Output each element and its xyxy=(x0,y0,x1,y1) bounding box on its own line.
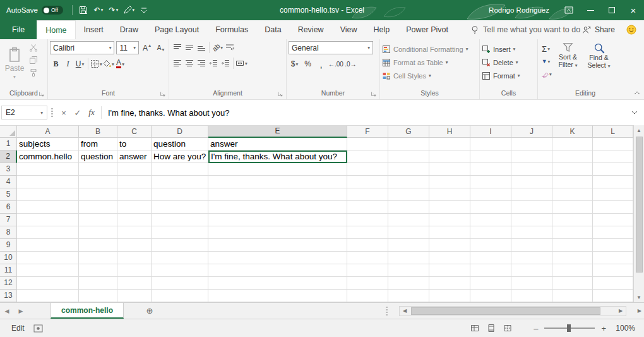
number-format-combo[interactable]: General▾ xyxy=(289,41,373,54)
cell-J11[interactable] xyxy=(511,264,552,277)
decrease-font-size-button[interactable]: A▾ xyxy=(155,42,167,54)
cell-J6[interactable] xyxy=(511,201,552,214)
cell-E1[interactable]: answer xyxy=(208,138,347,150)
vertical-scrollbar[interactable]: ▲ ▼ xyxy=(633,125,644,302)
cell-A7[interactable] xyxy=(17,214,79,226)
cell-C11[interactable] xyxy=(117,264,152,277)
cell-H4[interactable] xyxy=(429,176,470,188)
format-painter-button[interactable] xyxy=(27,66,39,79)
cell-styles-button[interactable]: Cell Styles▾ xyxy=(382,70,477,82)
insert-cells-button[interactable]: Insert▾ xyxy=(482,43,535,55)
cell-E7[interactable] xyxy=(208,214,347,226)
cell-C2[interactable]: answer xyxy=(117,150,152,163)
vertical-scroll-thumb[interactable] xyxy=(636,137,643,273)
cell-I2[interactable] xyxy=(470,150,511,163)
cell-C8[interactable] xyxy=(117,226,152,239)
cell-F1[interactable] xyxy=(347,138,388,150)
clear-button[interactable]: ▾ xyxy=(540,68,552,80)
collapse-ribbon-button[interactable] xyxy=(634,88,640,97)
minimize-button[interactable] xyxy=(580,0,601,20)
decrease-decimal-button[interactable]: .0→ xyxy=(345,58,357,70)
next-sheet-arrow[interactable]: ▶ xyxy=(14,308,28,314)
cell-D1[interactable]: question xyxy=(152,138,208,150)
cell-G11[interactable] xyxy=(388,264,429,277)
cell-E2[interactable]: I'm fine, thanks. What about you? xyxy=(208,150,347,163)
cell-F2[interactable] xyxy=(347,150,388,163)
cell-D2[interactable]: How are you? xyxy=(152,150,208,163)
cell-L8[interactable] xyxy=(593,226,633,239)
cell-D9[interactable] xyxy=(152,239,208,252)
enter-entry-button[interactable]: ✓ xyxy=(71,106,85,119)
cell-K10[interactable] xyxy=(552,252,593,264)
row-header-6[interactable]: 6 xyxy=(0,201,17,214)
copy-button[interactable] xyxy=(27,54,39,66)
column-header-C[interactable]: C xyxy=(117,125,152,138)
cell-B6[interactable] xyxy=(79,201,117,214)
cell-J8[interactable] xyxy=(511,226,552,239)
cell-H2[interactable] xyxy=(429,150,470,163)
cell-L5[interactable] xyxy=(593,188,633,201)
bold-button[interactable]: B xyxy=(50,58,62,70)
cancel-entry-button[interactable]: × xyxy=(57,106,71,119)
zoom-in-button[interactable]: + xyxy=(601,324,606,333)
cut-button[interactable] xyxy=(27,41,39,54)
cell-B13[interactable] xyxy=(79,290,117,302)
italic-button[interactable]: I xyxy=(62,58,74,70)
cell-F8[interactable] xyxy=(347,226,388,239)
cell-G13[interactable] xyxy=(388,290,429,302)
cell-J2[interactable] xyxy=(511,150,552,163)
tab-review[interactable]: Review xyxy=(290,20,332,39)
cell-A8[interactable] xyxy=(17,226,79,239)
find-select-button[interactable]: Find & Select ▾ xyxy=(584,41,614,70)
sheet-bar-resize-handle[interactable] xyxy=(386,307,388,316)
tab-insert[interactable]: Insert xyxy=(76,20,112,39)
cell-D10[interactable] xyxy=(152,252,208,264)
zoom-percentage[interactable]: 100% xyxy=(612,324,635,333)
cell-L9[interactable] xyxy=(593,239,633,252)
cell-G5[interactable] xyxy=(388,188,429,201)
cell-D13[interactable] xyxy=(152,290,208,302)
cell-A12[interactable] xyxy=(17,277,79,290)
comma-style-button[interactable]: , xyxy=(315,58,327,70)
share-button[interactable]: Share xyxy=(582,25,615,34)
cell-L12[interactable] xyxy=(593,277,633,290)
tab-file[interactable]: File xyxy=(0,20,37,39)
formula-bar-resize-handle[interactable] xyxy=(51,108,53,117)
cell-G8[interactable] xyxy=(388,226,429,239)
cell-C9[interactable] xyxy=(117,239,152,252)
new-sheet-button[interactable]: ⊕ xyxy=(141,303,158,319)
cell-I1[interactable] xyxy=(470,138,511,150)
cell-G1[interactable] xyxy=(388,138,429,150)
row-header-3[interactable]: 3 xyxy=(0,163,17,176)
underline-button[interactable]: U▾ xyxy=(74,58,86,70)
wrap-text-button[interactable] xyxy=(224,41,236,54)
cell-H13[interactable] xyxy=(429,290,470,302)
cell-C13[interactable] xyxy=(117,290,152,302)
orientation-button[interactable]: ab▾ xyxy=(212,41,224,54)
sort-filter-button[interactable]: Sort & Filter ▾ xyxy=(553,41,583,70)
cell-A6[interactable] xyxy=(17,201,79,214)
alignment-dialog-launcher[interactable] xyxy=(277,90,283,99)
cell-A13[interactable] xyxy=(17,290,79,302)
column-header-F[interactable]: F xyxy=(347,125,388,138)
cell-D5[interactable] xyxy=(152,188,208,201)
cell-F11[interactable] xyxy=(347,264,388,277)
cell-J9[interactable] xyxy=(511,239,552,252)
column-header-K[interactable]: K xyxy=(552,125,593,138)
scroll-up-arrow[interactable]: ▲ xyxy=(636,125,641,135)
cell-G9[interactable] xyxy=(388,239,429,252)
cell-G4[interactable] xyxy=(388,176,429,188)
cell-A1[interactable]: subjects xyxy=(17,138,79,150)
cell-H5[interactable] xyxy=(429,188,470,201)
feedback-smiley-icon[interactable] xyxy=(626,25,636,35)
autosave-toggle[interactable]: AutoSave Off xyxy=(6,6,63,15)
cell-F12[interactable] xyxy=(347,277,388,290)
align-right-button[interactable] xyxy=(195,57,207,70)
row-header-9[interactable]: 9 xyxy=(0,239,17,252)
column-header-B[interactable]: B xyxy=(79,125,117,138)
accounting-format-button[interactable]: $▾ xyxy=(289,58,301,70)
font-color-button[interactable]: A▾ xyxy=(114,58,126,70)
expand-formula-bar-button[interactable] xyxy=(626,111,643,114)
cell-H6[interactable] xyxy=(429,201,470,214)
cell-E3[interactable] xyxy=(208,163,347,176)
